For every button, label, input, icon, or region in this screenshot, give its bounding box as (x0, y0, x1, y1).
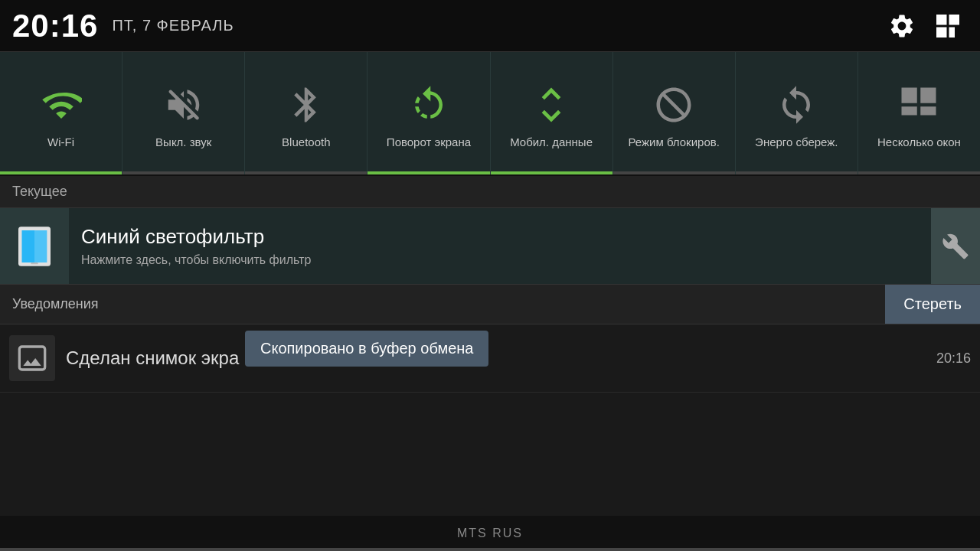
notif-item-text: Сделан снимок экра Скопировано в буфер о… (66, 347, 927, 369)
tile-data-indicator (491, 171, 612, 174)
tile-energy[interactable]: Энерго сбереж. (736, 52, 858, 174)
tile-bluetooth[interactable]: Bluetooth (245, 52, 368, 174)
quick-tiles: Wi-Fi Выкл. звук Bluetooth Поворот экран… (0, 52, 980, 176)
notif-settings-button[interactable] (931, 208, 980, 284)
clear-button[interactable]: Стереть (885, 285, 980, 324)
svg-rect-12 (19, 347, 44, 370)
svg-rect-3 (949, 27, 956, 37)
tile-rotate[interactable]: Поворот экрана (368, 52, 490, 174)
tile-data[interactable]: Мобил. данные (491, 52, 613, 174)
tile-mute-indicator (122, 171, 244, 174)
tile-wifi[interactable]: Wi-Fi (0, 52, 122, 174)
mobile-data-icon (528, 82, 574, 128)
notif-subtitle: Нажмите здесь, чтобы включить фильтр (81, 253, 919, 267)
tile-rotate-label: Поворот экрана (387, 135, 471, 150)
notifications-label: Уведомления (0, 296, 885, 312)
tile-data-label: Мобил. данные (510, 135, 593, 150)
multiwindow-icon (896, 82, 942, 128)
notif-thumb (0, 208, 69, 284)
svg-rect-10 (22, 230, 34, 262)
bluetooth-icon (283, 82, 329, 128)
tile-bluetooth-indicator (245, 171, 367, 174)
screenshot-icon (9, 335, 55, 381)
mute-icon (161, 82, 207, 128)
notif-content: Синий светофильтр Нажмите здесь, чтобы в… (69, 208, 931, 284)
wifi-icon (38, 82, 84, 128)
tile-wifi-indicator (0, 171, 122, 174)
tile-block-label: Режим блокиров. (629, 135, 720, 150)
notif-title: Синий светофильтр (81, 225, 919, 249)
clock: 20:16 (12, 8, 98, 44)
date: ПТ, 7 ФЕВРАЛЬ (112, 17, 234, 34)
tile-energy-indicator (736, 171, 858, 174)
svg-rect-11 (31, 262, 38, 264)
tile-mute[interactable]: Выкл. звук (122, 52, 245, 174)
notif-item-time: 20:16 (936, 350, 971, 367)
svg-rect-1 (949, 15, 960, 25)
tile-multiwindow-indicator (858, 171, 980, 174)
bottom-indicator (0, 548, 980, 551)
energy-icon (773, 82, 819, 128)
tile-mute-label: Выкл. звук (155, 135, 211, 150)
notification-item[interactable]: Сделан снимок экра Скопировано в буфер о… (0, 324, 980, 393)
svg-rect-6 (902, 106, 917, 115)
bottom-bar: MTS RUS (0, 516, 980, 551)
svg-rect-2 (936, 27, 947, 37)
tile-multiwindow[interactable]: Несколько окон (858, 52, 980, 174)
current-section-label: Текущее (0, 176, 980, 208)
block-icon (651, 82, 697, 128)
current-notification-card[interactable]: Синий светофильтр Нажмите здесь, чтобы в… (0, 208, 980, 285)
svg-rect-0 (936, 15, 947, 25)
tile-wifi-label: Wi-Fi (47, 135, 74, 150)
settings-button[interactable] (882, 6, 922, 46)
svg-rect-4 (902, 87, 917, 103)
status-icons (882, 6, 968, 46)
tile-bluetooth-label: Bluetooth (282, 135, 330, 150)
svg-rect-5 (921, 87, 936, 103)
carrier-label: MTS RUS (457, 527, 523, 540)
tile-block[interactable]: Режим блокиров. (613, 52, 736, 174)
notifications-bar: Уведомления Стереть (0, 285, 980, 324)
tile-energy-label: Энерго сбереж. (755, 135, 838, 150)
tile-multiwindow-label: Несколько окон (877, 135, 961, 150)
tile-block-indicator (613, 171, 735, 174)
multiwindow-header-button[interactable] (928, 6, 968, 46)
svg-rect-7 (921, 106, 936, 115)
rotate-icon (406, 82, 452, 128)
tile-rotate-indicator (368, 171, 489, 174)
clipboard-tooltip: Скопировано в буфер обмена (245, 331, 488, 367)
status-bar: 20:16 ПТ, 7 ФЕВРАЛЬ (0, 0, 980, 52)
